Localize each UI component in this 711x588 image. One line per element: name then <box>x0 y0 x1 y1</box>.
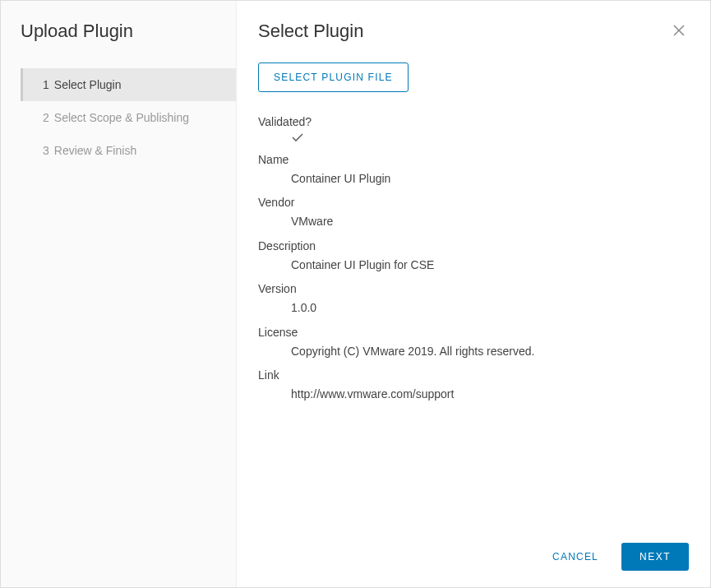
field-name: Name Container UI Plugin <box>258 153 689 188</box>
field-label-validated: Validated? <box>258 115 689 128</box>
sidebar-title: Upload Plugin <box>1 21 236 62</box>
field-value-description: Container UI Plugin for CSE <box>258 256 689 274</box>
close-button[interactable] <box>669 21 689 43</box>
field-label-vendor: Vendor <box>258 196 689 209</box>
field-value-version: 1.0.0 <box>258 299 689 317</box>
field-license: License Copyright (C) VMware 2019. All r… <box>258 326 689 360</box>
step-number: 1 <box>43 78 49 91</box>
wizard-container: Upload Plugin 1Select Plugin 2Select Sco… <box>1 1 710 587</box>
wizard-steps: 1Select Plugin 2Select Scope & Publishin… <box>1 68 236 167</box>
field-validated: Validated? <box>258 115 689 145</box>
select-plugin-file-button[interactable]: SELECT PLUGIN FILE <box>258 63 409 92</box>
field-label-name: Name <box>258 153 689 166</box>
field-version: Version 1.0.0 <box>258 282 689 317</box>
step-label: Select Scope & Publishing <box>54 111 189 124</box>
step-number: 3 <box>43 144 49 157</box>
field-value-license: Copyright (C) VMware 2019. All rights re… <box>258 342 689 360</box>
step-label: Review & Finish <box>54 144 136 157</box>
field-value-name: Container UI Plugin <box>258 169 689 188</box>
field-value-vendor: VMware <box>258 212 689 230</box>
validated-check-icon <box>258 132 689 145</box>
main-header: Select Plugin <box>258 21 689 43</box>
step-number: 2 <box>43 111 49 124</box>
field-label-link: Link <box>258 368 689 382</box>
next-button[interactable]: NEXT <box>621 543 689 571</box>
field-value-link: http://www.vmware.com/support <box>258 385 689 403</box>
wizard-footer: CANCEL NEXT <box>258 530 689 587</box>
field-label-license: License <box>258 326 689 339</box>
plugin-fields: Validated? Name Container UI Plugin Vend… <box>258 115 689 411</box>
step-review-finish[interactable]: 3Review & Finish <box>21 134 236 167</box>
page-title: Select Plugin <box>258 21 363 42</box>
field-description: Description Container UI Plugin for CSE <box>258 239 689 274</box>
step-label: Select Plugin <box>54 78 122 91</box>
field-link: Link http://www.vmware.com/support <box>258 368 689 403</box>
step-select-scope[interactable]: 2Select Scope & Publishing <box>21 101 236 134</box>
close-icon <box>672 27 686 39</box>
field-label-description: Description <box>258 239 689 252</box>
field-vendor: Vendor VMware <box>258 196 689 230</box>
field-label-version: Version <box>258 282 689 295</box>
cancel-button[interactable]: CANCEL <box>546 543 605 571</box>
wizard-sidebar: Upload Plugin 1Select Plugin 2Select Sco… <box>1 1 237 587</box>
step-select-plugin[interactable]: 1Select Plugin <box>21 68 236 101</box>
wizard-main: Select Plugin SELECT PLUGIN FILE Validat… <box>237 1 710 587</box>
